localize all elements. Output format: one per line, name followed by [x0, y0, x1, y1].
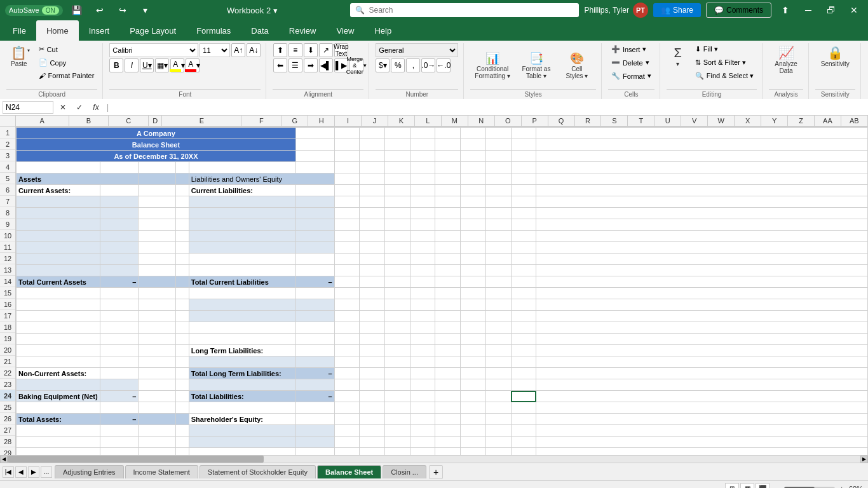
borders-button[interactable]: ▦▾: [155, 58, 169, 72]
cell-M1[interactable]: [485, 128, 511, 139]
ribbon-collapse-button[interactable]: ⬆: [776, 3, 794, 17]
font-size-selector[interactable]: 11: [200, 43, 230, 57]
tab-adjusting-entries[interactable]: Adjusting Entries: [55, 465, 124, 478]
col-header-Z[interactable]: Z: [788, 116, 815, 126]
cell-A14[interactable]: Total Current Assets: [17, 276, 100, 288]
insert-button[interactable]: ➕ Insert▾: [608, 43, 650, 55]
row-num-6[interactable]: 6: [0, 184, 15, 196]
cell-A1[interactable]: A Company: [17, 128, 296, 139]
sheet-nav-last[interactable]: ...: [41, 466, 52, 478]
row-num-10[interactable]: 10: [0, 230, 15, 241]
col-header-I[interactable]: I: [335, 116, 362, 126]
sheet-nav-prev[interactable]: ◀: [15, 466, 27, 478]
cell-H1[interactable]: [360, 128, 385, 139]
autosum-button[interactable]: Σ ▾: [667, 43, 689, 71]
cell-I1[interactable]: [384, 128, 410, 139]
col-header-J[interactable]: J: [362, 116, 388, 126]
text-angle-button[interactable]: ↗: [319, 43, 333, 57]
row-num-27[interactable]: 27: [0, 424, 15, 436]
col-header-S[interactable]: S: [601, 116, 628, 126]
col-header-R[interactable]: R: [575, 116, 602, 126]
col-header-H[interactable]: H: [308, 116, 335, 126]
cell-E26[interactable]: Shareholder's Equity:: [189, 414, 295, 425]
col-header-L[interactable]: L: [415, 116, 442, 126]
col-header-N[interactable]: N: [468, 116, 495, 126]
scroll-track[interactable]: [8, 456, 860, 463]
save-button[interactable]: 💾: [68, 3, 86, 17]
page-break-view-button[interactable]: ⬛: [756, 483, 770, 489]
minimize-button[interactable]: ─: [799, 3, 817, 17]
row-num-15[interactable]: 15: [0, 287, 15, 299]
close-button[interactable]: ✕: [845, 3, 863, 17]
bottom-align-button[interactable]: ⬇: [304, 43, 318, 57]
row-num-3[interactable]: 3: [0, 150, 15, 161]
col-header-X[interactable]: X: [735, 116, 761, 126]
row-num-14[interactable]: 14: [0, 276, 15, 287]
cell-A5[interactable]: Assets: [17, 173, 139, 185]
right-align-button[interactable]: ➡: [304, 58, 318, 72]
italic-button[interactable]: I: [125, 58, 139, 72]
cell-E24[interactable]: Total Liabilities:: [189, 391, 295, 402]
row-num-16[interactable]: 16: [0, 299, 15, 310]
avatar[interactable]: PT: [633, 3, 648, 18]
row-num-12[interactable]: 12: [0, 253, 15, 264]
confirm-formula-button[interactable]: ✓: [72, 101, 86, 114]
comma-button[interactable]: ,: [406, 58, 420, 72]
sheet-nav-next[interactable]: ▶: [28, 466, 39, 478]
row-num-4[interactable]: 4: [0, 161, 15, 173]
cell-reference-box[interactable]: N24: [3, 101, 53, 114]
middle-align-button[interactable]: ≡: [288, 43, 302, 57]
cell-A2[interactable]: Balance Sheet: [17, 139, 296, 151]
cell-E14[interactable]: Total Current Liabilities: [189, 276, 295, 288]
cell-N24[interactable]: [511, 391, 536, 402]
col-header-G[interactable]: G: [281, 116, 308, 126]
normal-view-button[interactable]: ⊞: [725, 483, 739, 489]
underline-button[interactable]: U▾: [140, 58, 154, 72]
title-search-box[interactable]: 🔍: [350, 3, 579, 17]
col-header-B[interactable]: B: [69, 116, 109, 126]
merge-center-button[interactable]: Merge & Center▾: [349, 58, 363, 72]
cell-E6[interactable]: Current Liabilities:: [189, 185, 295, 196]
row-num-29[interactable]: 29: [0, 447, 15, 455]
tab-formulas[interactable]: Formulas: [186, 20, 241, 41]
copy-button[interactable]: 📄 Copy: [36, 57, 98, 69]
conditional-formatting-button[interactable]: 📊 ConditionalFormatting ▾: [470, 50, 515, 83]
tab-data[interactable]: Data: [241, 20, 278, 41]
cell-E22[interactable]: Total Long Term Liabilities:: [189, 368, 295, 379]
row-num-1[interactable]: 1: [0, 127, 15, 139]
analyze-data-button[interactable]: 📈 AnalyzeData: [769, 43, 803, 78]
decrease-indent-button[interactable]: ◀▌: [319, 58, 333, 72]
cell-E20[interactable]: Long Term Liabilities:: [189, 345, 295, 356]
row-num-25[interactable]: 25: [0, 402, 15, 413]
row-num-17[interactable]: 17: [0, 310, 15, 322]
cell-B26[interactable]: –: [100, 414, 139, 425]
find-select-button[interactable]: 🔍 Find & Select ▾: [692, 70, 757, 82]
add-sheet-button[interactable]: +: [429, 465, 443, 479]
row-num-20[interactable]: 20: [0, 344, 15, 356]
number-format-selector[interactable]: General: [376, 43, 458, 57]
cell-B24[interactable]: –: [100, 391, 139, 402]
insert-function-button[interactable]: fx: [89, 101, 103, 114]
cell-A6[interactable]: Current Assets:: [17, 185, 100, 196]
col-header-Y[interactable]: Y: [761, 116, 788, 126]
row-num-7[interactable]: 7: [0, 196, 15, 207]
format-button[interactable]: 🔧 Format▾: [608, 70, 654, 82]
page-layout-view-button[interactable]: ▦: [740, 483, 754, 489]
decrease-decimal-button[interactable]: ←.0: [437, 58, 451, 72]
row-num-8[interactable]: 8: [0, 207, 15, 219]
cell-G1[interactable]: [334, 128, 360, 139]
center-align-button[interactable]: ☰: [288, 58, 302, 72]
col-header-F[interactable]: F: [241, 116, 281, 126]
comments-button[interactable]: 💬 Comments: [706, 3, 771, 18]
cell-B14[interactable]: –: [100, 276, 139, 288]
quick-access-more[interactable]: ▾: [137, 3, 154, 17]
tab-balance-sheet[interactable]: Balance Sheet: [317, 465, 381, 478]
tab-review[interactable]: Review: [279, 20, 327, 41]
cell-A3[interactable]: As of December 31, 20XX: [17, 151, 296, 162]
row-num-2[interactable]: 2: [0, 139, 15, 150]
cell-K1[interactable]: [435, 128, 461, 139]
col-header-AA[interactable]: AA: [815, 116, 841, 126]
cell-A24[interactable]: Baking Equipment (Net): [17, 391, 100, 402]
row-num-23[interactable]: 23: [0, 379, 15, 390]
cell-E5[interactable]: Liabilities and Owners' Equity: [189, 173, 334, 185]
